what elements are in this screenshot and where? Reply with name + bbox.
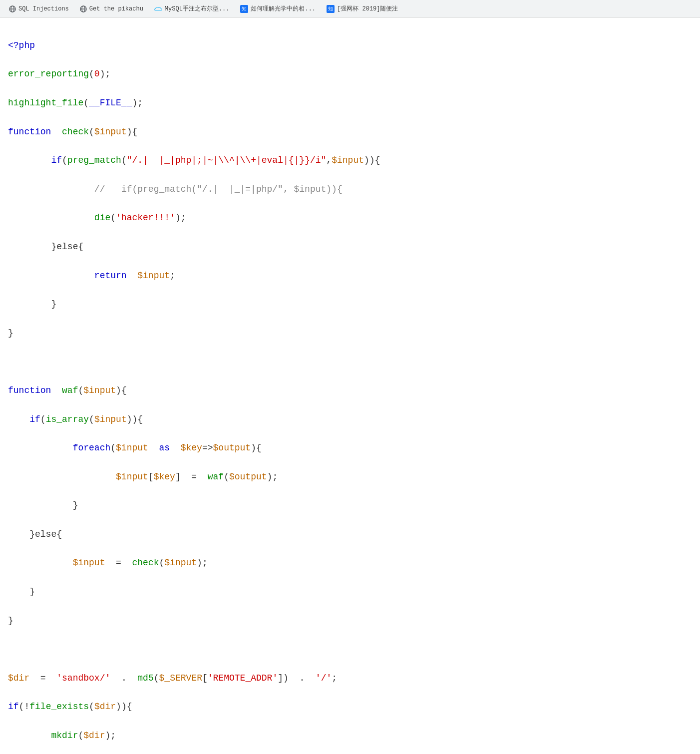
code-line-4: function check($input){ — [8, 125, 692, 139]
code-line-15: foreach($input as $key=>$output){ — [8, 441, 692, 455]
tab-sql-injections[interactable]: SQL Injections — [4, 1, 74, 17]
code-line-12 — [8, 355, 692, 369]
tab-label: MySQL手注之布尔型... — [165, 4, 230, 13]
zhi-icon: 知 — [240, 5, 248, 13]
zhi-icon: 知 — [327, 5, 335, 13]
code-line-10: } — [8, 297, 692, 312]
code-line-3: highlight_file(__FILE__); — [8, 96, 692, 110]
code-line-20: } — [8, 585, 692, 599]
tab-mysql[interactable]: MySQL手注之布尔型... — [149, 1, 235, 17]
code-line-21: } — [8, 614, 692, 628]
code-line-2: error_reporting(0); — [8, 67, 692, 81]
code-line-16: $input[$key] = waf($output); — [8, 470, 692, 484]
tab-optics[interactable]: 知 如何理解光学中的相... — [235, 1, 321, 17]
code-line-22 — [8, 642, 692, 657]
code-line-13: function waf($input){ — [8, 383, 692, 398]
tab-label: Get the pikachu — [89, 5, 143, 12]
code-line-1: <?php — [8, 38, 692, 53]
tab-label: 如何理解光学中的相... — [251, 4, 316, 13]
tab-ctf[interactable]: 知 [强网杯 2019]随便注 — [322, 1, 403, 17]
tab-label: [强网杯 2019]随便注 — [337, 4, 398, 13]
code-line-18: }else{ — [8, 527, 692, 542]
code-line-11: } — [8, 326, 692, 341]
browser-tab-bar: SQL Injections Get the pikachu MySQL手注之布… — [0, 0, 700, 18]
cloud-icon — [154, 5, 162, 12]
code-line-14: if(is_array($input)){ — [8, 412, 692, 427]
code-line-17: } — [8, 498, 692, 513]
code-line-25: mkdir($dir); — [8, 729, 692, 743]
code-line-5: if(preg_match("/.| |_|php|;|~|\\^|\\+|ev… — [8, 153, 692, 168]
code-line-8: }else{ — [8, 240, 692, 254]
tab-label: SQL Injections — [18, 5, 69, 12]
globe-icon — [80, 5, 87, 12]
code-line-6: // if(preg_match("/.| |_|=|php/", $input… — [8, 182, 692, 197]
code-line-23: $dir = 'sandbox/' . md5($_SERVER['REMOTE… — [8, 671, 692, 686]
globe-icon — [9, 5, 16, 12]
tab-pikachu[interactable]: Get the pikachu — [75, 1, 148, 17]
code-line-9: return $input; — [8, 269, 692, 283]
code-line-7: die('hacker!!!'); — [8, 211, 692, 225]
code-display: <?php error_reporting(0); highlight_file… — [0, 18, 700, 754]
code-line-19: $input = check($input); — [8, 556, 692, 570]
code-line-24: if(!file_exists($dir)){ — [8, 700, 692, 714]
